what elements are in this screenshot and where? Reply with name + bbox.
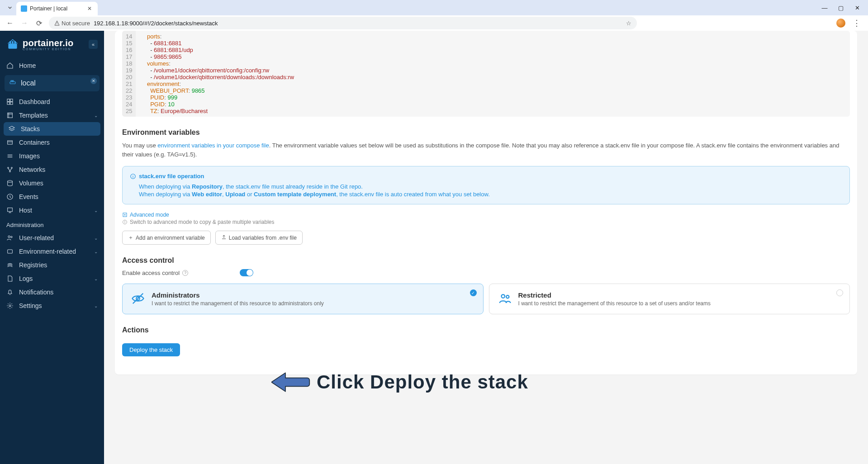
svg-point-27 xyxy=(133,175,133,175)
main-content: 141516171819202122232425 ports: - 6881:6… xyxy=(104,31,868,464)
radio-unselected-icon xyxy=(836,289,843,296)
svg-rect-23 xyxy=(8,250,13,253)
svg-rect-13 xyxy=(8,113,13,118)
deploy-stack-button[interactable]: Deploy the stack xyxy=(122,343,180,356)
svg-rect-7 xyxy=(11,80,12,82)
registries-icon xyxy=(6,261,14,269)
window-controls: — ▢ ✕ xyxy=(821,5,868,11)
images-icon xyxy=(6,152,14,160)
sidebar-item-notifications[interactable]: Notifications xyxy=(0,285,104,299)
editor-lines[interactable]: ports: - 6881:6881 - 6881:6881/udp - 986… xyxy=(136,31,850,117)
environment-close-icon[interactable]: ✕ xyxy=(90,78,97,84)
svg-rect-6 xyxy=(10,82,15,84)
svg-point-1 xyxy=(57,24,57,24)
browser-tab[interactable]: Portainer | local ✕ xyxy=(16,2,98,15)
sidebar-item-containers[interactable]: Containers xyxy=(0,136,104,149)
chevron-down-icon: ⌄ xyxy=(94,276,98,281)
add-env-var-button[interactable]: ＋Add an environment variable xyxy=(122,231,211,245)
yaml-editor[interactable]: 141516171819202122232425 ports: - 6881:6… xyxy=(122,31,850,117)
templates-icon xyxy=(6,112,14,119)
svg-point-31 xyxy=(125,221,125,222)
portainer-logo-icon xyxy=(6,38,19,51)
users-icon xyxy=(6,234,14,241)
host-icon xyxy=(6,207,14,214)
networks-icon xyxy=(6,166,14,173)
info-icon xyxy=(130,173,136,180)
tab-dropdown-icon[interactable] xyxy=(5,3,14,12)
svg-rect-2 xyxy=(8,43,17,48)
svg-rect-14 xyxy=(8,141,13,144)
enable-access-control-toggle[interactable] xyxy=(240,269,253,276)
eye-off-icon xyxy=(131,291,145,306)
forward-icon[interactable]: → xyxy=(20,19,29,28)
sidebar-item-settings[interactable]: Settings⌄ xyxy=(0,299,104,312)
svg-point-17 xyxy=(9,171,11,172)
advanced-mode-link[interactable]: Advanced mode xyxy=(122,212,850,218)
gear-icon xyxy=(6,302,14,309)
svg-line-33 xyxy=(133,294,143,304)
admin-section-header: Administration xyxy=(0,217,104,231)
access-option-administrators[interactable]: AdministratorsI want to restrict the man… xyxy=(122,284,484,314)
sidebar-collapse-button[interactable]: « xyxy=(89,40,98,49)
sidebar: portainer.io COMMUNITY EDITION « Home lo… xyxy=(0,31,104,464)
sidebar-item-events[interactable]: Events xyxy=(0,190,104,204)
sidebar-item-env-related[interactable]: Environment-related⌄ xyxy=(0,245,104,258)
svg-rect-4 xyxy=(12,41,14,43)
svg-point-16 xyxy=(11,167,13,169)
svg-point-15 xyxy=(8,167,9,169)
sidebar-item-registries[interactable]: Registries xyxy=(0,258,104,272)
svg-rect-20 xyxy=(8,208,13,212)
check-icon: ✓ xyxy=(470,289,477,296)
help-icon[interactable]: ? xyxy=(182,270,188,276)
sidebar-item-stacks[interactable]: Stacks xyxy=(4,122,100,136)
info-icon xyxy=(122,219,128,225)
volumes-icon xyxy=(6,180,14,187)
sidebar-item-networks[interactable]: Networks xyxy=(0,163,104,176)
not-secure-badge: Not secure xyxy=(54,20,90,27)
home-icon xyxy=(6,62,14,69)
sidebar-item-templates[interactable]: Templates⌄ xyxy=(0,109,104,122)
svg-point-21 xyxy=(8,236,10,237)
window-maximize-icon[interactable]: ▢ xyxy=(837,5,844,11)
access-option-restricted[interactable]: RestrictedI want to restrict the managem… xyxy=(489,284,850,314)
tab-close-icon[interactable]: ✕ xyxy=(86,5,93,12)
environment-selector[interactable]: local ✕ xyxy=(5,75,100,91)
window-minimize-icon[interactable]: — xyxy=(821,5,828,11)
sidebar-item-dashboard[interactable]: Dashboard xyxy=(0,95,104,109)
editor-gutter: 141516171819202122232425 xyxy=(122,31,136,117)
env-vars-docs-link[interactable]: environment variables in your compose fi… xyxy=(157,142,269,149)
url-text: 192.168.1.18:9000/#!/2/docker/stacks/new… xyxy=(94,20,218,27)
window-close-icon[interactable]: ✕ xyxy=(854,5,861,11)
reload-icon[interactable]: ⟳ xyxy=(34,19,43,28)
sidebar-item-host[interactable]: Host⌄ xyxy=(0,204,104,217)
sidebar-item-home[interactable]: Home xyxy=(0,59,104,72)
url-input[interactable]: Not secure 192.168.1.18:9000/#!/2/docker… xyxy=(49,17,637,29)
bookmark-icon[interactable]: ☆ xyxy=(626,20,631,27)
enable-access-control-label: Enable access control xyxy=(122,270,180,276)
sidebar-item-logs[interactable]: Logs⌄ xyxy=(0,272,104,285)
sidebar-item-user-related[interactable]: User-related⌄ xyxy=(0,231,104,245)
plus-icon: ＋ xyxy=(128,234,133,241)
svg-rect-8 xyxy=(12,80,14,82)
bell-icon xyxy=(6,289,14,296)
kebab-menu-icon[interactable]: ⋮ xyxy=(851,18,863,28)
env-icon xyxy=(6,248,14,255)
logo: portainer.io COMMUNITY EDITION « xyxy=(0,35,104,59)
svg-rect-9 xyxy=(7,99,9,101)
chevron-down-icon: ⌄ xyxy=(94,249,98,254)
back-icon[interactable]: ← xyxy=(5,19,14,28)
svg-point-34 xyxy=(501,294,505,298)
address-bar: ← → ⟳ Not secure 192.168.1.18:9000/#!/2/… xyxy=(0,15,868,31)
svg-point-35 xyxy=(506,295,509,298)
stack-env-info-panel: stack.env file operation When deploying … xyxy=(122,166,850,204)
chevron-down-icon: ⌄ xyxy=(94,113,98,118)
sidebar-item-images[interactable]: Images xyxy=(0,149,104,163)
favicon-icon xyxy=(21,5,27,12)
tab-title: Portainer | local xyxy=(30,5,67,12)
svg-rect-12 xyxy=(10,102,13,104)
sidebar-item-volumes[interactable]: Volumes xyxy=(0,176,104,190)
access-control-title: Access control xyxy=(122,256,850,265)
profile-avatar[interactable] xyxy=(836,19,845,28)
dashboard-icon xyxy=(6,98,14,105)
load-env-file-button[interactable]: Load variables from .env file xyxy=(215,231,303,245)
